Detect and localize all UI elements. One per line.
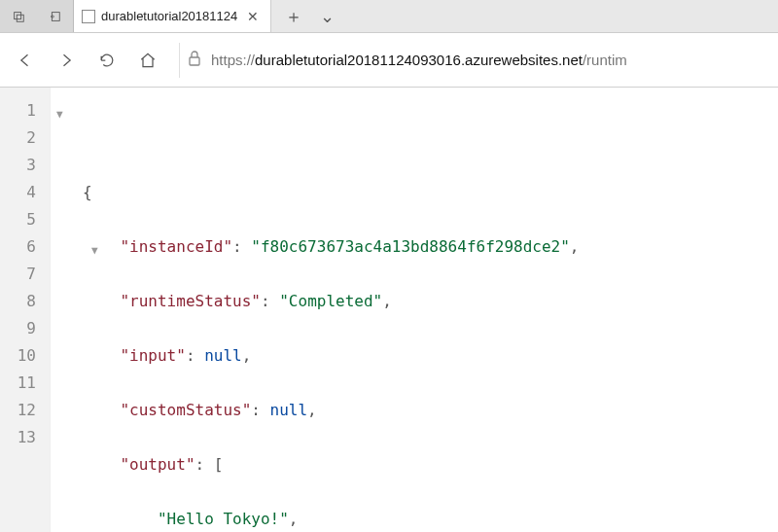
line-number: 6: [0, 233, 40, 261]
url-path: /runtim: [583, 52, 627, 68]
set-aside-tabs-icon[interactable]: [37, 0, 74, 32]
line-number: 11: [0, 370, 40, 397]
code-line: "runtimeStatus": "Completed",: [54, 288, 774, 315]
code-line: "input": null,: [54, 342, 774, 370]
line-number: 5: [0, 206, 40, 233]
code-line: "output": [: [54, 451, 774, 479]
line-number: 2: [0, 124, 40, 152]
address-bar[interactable]: https://durabletutorial20181124093016.az…: [179, 43, 762, 78]
line-number: 12: [0, 397, 40, 424]
tab-actions: ＋ ⌄: [271, 0, 348, 32]
tab-title: durabletutorial20181124: [101, 9, 237, 23]
code-line: "instanceId": "f80c673673ac4a13bd8864f6f…: [54, 233, 774, 261]
line-number: 7: [0, 261, 40, 288]
forward-button[interactable]: [56, 51, 76, 70]
url-scheme: https://: [211, 52, 255, 68]
code-line: "customStatus": null,: [54, 397, 774, 424]
line-number-gutter: 1 2 3 4 5 6 7 8 9 10 11 12 13: [0, 88, 51, 532]
page-content: 1 2 3 4 5 6 7 8 9 10 11 12 13 ▼ ▼ { "ins…: [0, 88, 778, 532]
svg-rect-3: [190, 57, 199, 65]
json-viewer[interactable]: ▼ ▼ { "instanceId": "f80c673673ac4a13bd8…: [51, 88, 778, 532]
line-number: 1: [0, 97, 40, 124]
refresh-button[interactable]: [97, 51, 117, 70]
browser-tab[interactable]: durabletutorial20181124 ✕: [74, 0, 271, 32]
code-line: {: [54, 179, 774, 206]
window-controls: [0, 0, 74, 32]
line-number: 4: [0, 179, 40, 206]
line-number: 9: [0, 315, 40, 342]
line-number: 13: [0, 424, 40, 451]
fold-caret-icon[interactable]: ▼: [56, 101, 63, 128]
home-button[interactable]: [138, 51, 158, 70]
line-number: 8: [0, 288, 40, 315]
url-text: https://durabletutorial20181124093016.az…: [211, 52, 627, 68]
back-button[interactable]: [16, 51, 35, 70]
tab-strip: durabletutorial20181124 ✕ ＋ ⌄: [74, 0, 778, 32]
page-favicon-icon: [82, 10, 95, 23]
svg-rect-1: [17, 15, 23, 21]
svg-rect-0: [14, 12, 20, 18]
line-number: 10: [0, 342, 40, 370]
cascade-windows-icon[interactable]: [0, 0, 37, 32]
close-tab-icon[interactable]: ✕: [243, 9, 263, 24]
fold-caret-icon[interactable]: ▼: [91, 237, 98, 265]
lock-icon: [188, 51, 201, 69]
new-tab-button[interactable]: ＋: [285, 8, 302, 25]
navigation-bar: https://durabletutorial20181124093016.az…: [0, 33, 778, 88]
url-host: durabletutorial20181124093016.azurewebsi…: [255, 52, 583, 68]
window-titlebar: durabletutorial20181124 ✕ ＋ ⌄: [0, 0, 778, 33]
tab-menu-chevron-icon[interactable]: ⌄: [320, 8, 335, 25]
line-number: 3: [0, 152, 40, 179]
code-line: "Hello Tokyo!",: [54, 506, 774, 532]
